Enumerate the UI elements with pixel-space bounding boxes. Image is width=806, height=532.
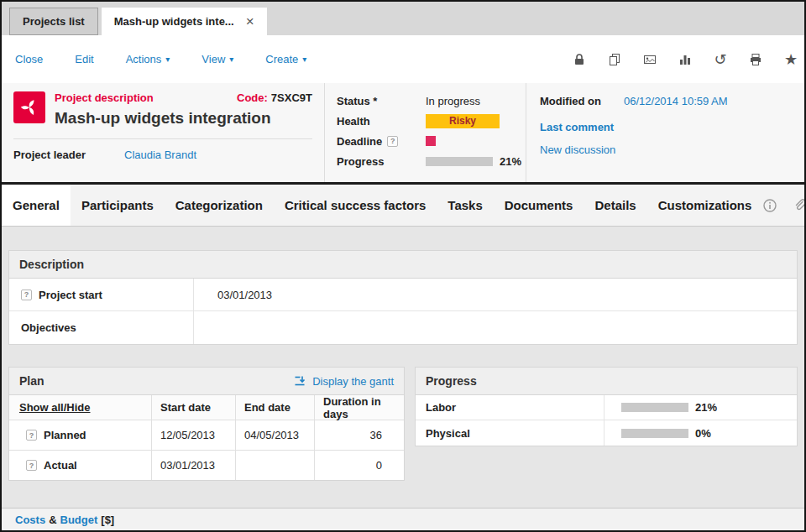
- main-content: Description ? Project start 03/01/2013 O…: [2, 227, 804, 530]
- project-header: Project description Code: 7SXC9T Mash-up…: [2, 83, 804, 182]
- project-leader-label: Project leader: [13, 149, 124, 161]
- lock-icon[interactable]: [571, 51, 588, 68]
- tab-general[interactable]: General: [2, 185, 71, 226]
- modified-on-value[interactable]: 06/12/2014 10:59 AM: [624, 95, 728, 107]
- window-tab-strip: Projects list Mash-up widgets inte... ×: [2, 2, 804, 35]
- table-row-planned: ? Planned 12/05/2013 04/05/2013 36: [9, 420, 404, 451]
- column-end-date: End date: [236, 395, 315, 420]
- physical-progress-value: 0%: [695, 427, 711, 440]
- project-leader-link[interactable]: Claudia Brandt: [124, 149, 196, 161]
- project-identity: Project description Code: 7SXC9T Mash-up…: [2, 83, 325, 182]
- physical-progress-row: Physical 0%: [416, 420, 797, 446]
- description-section-title: Description: [9, 251, 797, 279]
- actual-duration: 0: [315, 451, 404, 480]
- labor-label: Labor: [416, 395, 604, 420]
- plan-section: Plan Display the gantt Show all/Hide Sta…: [8, 367, 405, 481]
- physical-progress-bar: [621, 429, 688, 438]
- table-row-actual: ? Actual 03/01/2013 0: [9, 451, 404, 480]
- tab-tasks[interactable]: Tasks: [437, 185, 493, 226]
- planned-end-date: 04/05/2013: [236, 420, 315, 450]
- edit-button[interactable]: Edit: [75, 53, 93, 65]
- health-badge: Risky: [426, 114, 500, 128]
- status-value: In progress: [426, 95, 480, 107]
- code-value: 7SXC9T: [271, 91, 312, 104]
- new-discussion-link[interactable]: New discussion: [540, 143, 804, 156]
- deadline-indicator: [426, 136, 436, 146]
- health-label: Health: [337, 115, 426, 128]
- tab-current-label: Mash-up widgets inte...: [114, 8, 234, 34]
- help-icon[interactable]: ?: [26, 430, 37, 441]
- progress-section: Progress Labor 21% Physical 0%: [415, 367, 798, 446]
- chevron-down-icon: ▾: [302, 55, 306, 64]
- tab-documents[interactable]: Documents: [494, 185, 584, 226]
- chevron-down-icon: ▾: [229, 55, 233, 64]
- actions-menu-label: Actions: [126, 53, 162, 65]
- description-section: Description ? Project start 03/01/2013 O…: [8, 250, 798, 345]
- tab-customizations[interactable]: Customizations: [647, 185, 763, 226]
- column-duration: Duration in days: [315, 395, 404, 420]
- tab-participants[interactable]: Participants: [71, 185, 165, 226]
- planned-label: Planned: [44, 429, 86, 441]
- costs-budget-separator: &: [49, 514, 56, 526]
- labor-progress-bar: [621, 403, 688, 412]
- column-start-date: Start date: [152, 395, 236, 420]
- toolbar-icons: ↺ ★: [571, 51, 801, 68]
- section-tabs: General Participants Categorization Crit…: [2, 185, 804, 227]
- planned-start-date: 12/05/2013: [152, 420, 236, 450]
- create-menu[interactable]: Create ▾: [265, 53, 306, 65]
- budget-link[interactable]: Budget: [60, 514, 98, 526]
- physical-label: Physical: [416, 420, 604, 446]
- last-comment-link[interactable]: Last comment: [540, 121, 804, 133]
- project-start-row: ? Project start 03/01/2013: [9, 279, 797, 311]
- close-tab-icon[interactable]: ×: [246, 14, 254, 29]
- display-gantt-label: Display the gantt: [312, 375, 394, 388]
- plan-section-title: Plan: [19, 374, 44, 388]
- objectives-row: Objectives: [9, 311, 797, 344]
- project-start-label: Project start: [39, 289, 102, 301]
- gantt-icon: [293, 374, 306, 388]
- deadline-label: Deadline: [337, 135, 382, 148]
- actual-end-date: [236, 451, 315, 480]
- actual-start-date: 03/01/2013: [152, 451, 236, 480]
- project-start-value: 03/01/2013: [194, 279, 797, 310]
- undo-icon[interactable]: ↺: [712, 51, 729, 68]
- costs-budget-bar: Costs & Budget [$]: [2, 508, 804, 530]
- tab-critical-success-factors[interactable]: Critical success factors: [274, 185, 437, 226]
- meta-panel: Modified on 06/12/2014 10:59 AM Last com…: [526, 83, 804, 182]
- help-icon[interactable]: ?: [21, 289, 32, 300]
- app-window: Projects list Mash-up widgets inte... × …: [0, 0, 806, 532]
- tab-details[interactable]: Details: [584, 185, 646, 226]
- show-all-hide-link[interactable]: Show all/Hide: [18, 401, 91, 414]
- chart-icon[interactable]: [677, 51, 693, 68]
- help-icon[interactable]: ?: [387, 136, 398, 147]
- create-menu-label: Create: [265, 53, 298, 65]
- tab-projects-list[interactable]: Projects list: [9, 8, 98, 35]
- star-icon[interactable]: ★: [782, 51, 799, 68]
- info-icon[interactable]: [762, 198, 777, 213]
- costs-link[interactable]: Costs: [15, 514, 45, 526]
- tab-categorization[interactable]: Categorization: [165, 185, 274, 226]
- project-logo-icon: [13, 91, 45, 123]
- page-title: Mash-up widgets integration: [55, 109, 312, 128]
- actions-menu[interactable]: Actions ▾: [126, 53, 170, 65]
- progress-value: 21%: [500, 155, 521, 168]
- display-gantt-link[interactable]: Display the gantt: [293, 374, 394, 388]
- planned-duration: 36: [315, 420, 404, 450]
- status-label: Status *: [337, 95, 426, 107]
- view-menu[interactable]: View ▾: [202, 53, 233, 65]
- print-icon[interactable]: [747, 51, 764, 68]
- chevron-down-icon: ▾: [165, 55, 170, 64]
- copy-icon[interactable]: [606, 51, 623, 68]
- objectives-label: Objectives: [21, 321, 76, 334]
- close-button[interactable]: Close: [15, 53, 43, 65]
- code-label: Code:: [237, 91, 268, 104]
- help-icon[interactable]: ?: [26, 460, 37, 471]
- modified-on-label: Modified on: [540, 95, 624, 107]
- labor-progress-value: 21%: [695, 401, 717, 414]
- object-type-label: Project description: [55, 91, 237, 104]
- tab-current-project[interactable]: Mash-up widgets inte... ×: [102, 8, 267, 35]
- toolbar: Close Edit Actions ▾ View ▾ Create ▾: [2, 35, 804, 83]
- view-menu-label: View: [202, 53, 225, 65]
- attachment-icon[interactable]: [793, 198, 806, 213]
- image-icon[interactable]: [641, 51, 658, 68]
